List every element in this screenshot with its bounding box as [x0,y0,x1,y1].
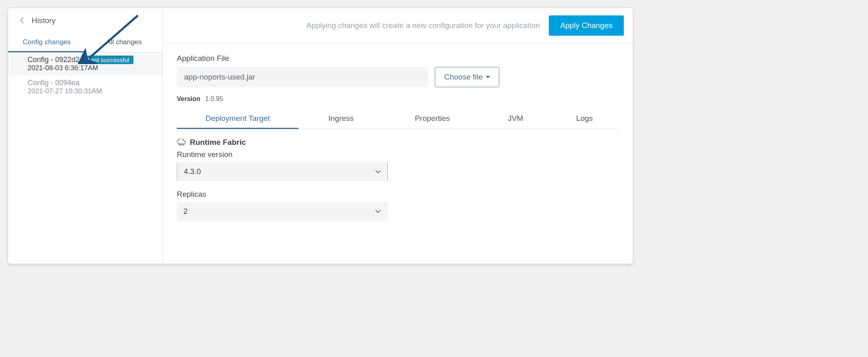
topbar: Applying changes will create a new confi… [163,8,633,43]
runtime-fabric-icon [177,139,186,146]
runtime-fabric-header: Runtime Fabric [177,138,619,147]
version-label: Version [177,95,200,103]
replicas-select[interactable]: 2 [177,202,388,221]
history-item[interactable]: Config - 0094ea 2021-07-27 10:30:31AM [8,75,163,99]
history-item-name: Config - 0922d2 [28,56,79,64]
runtime-version-select[interactable]: 4.3.0 [177,162,388,181]
apply-hint-text: Applying changes will create a new confi… [307,21,540,30]
application-file-value: app-noports-used.jar [177,67,428,87]
sidebar-title: History [32,16,56,25]
tab-label: Logs [576,114,593,123]
tab-label: All changes [106,38,142,46]
main-tabs: Deployment Target Ingress Properties JVM… [177,108,619,129]
tab-label: Deployment Target [205,114,270,123]
history-item-date: 2021-07-27 10:30:31AM [28,87,155,95]
runtime-version-value: 4.3.0 [177,162,388,181]
application-file-row: app-noports-used.jar Choose file [177,67,619,87]
status-badge: Last successful [84,56,133,64]
choose-file-button[interactable]: Choose file [435,67,499,87]
config-history-panel: History Config changes All changes Confi… [8,8,633,264]
tab-ingress[interactable]: Ingress [299,108,384,129]
tab-label: Config changes [23,38,71,46]
tab-label: Properties [415,114,450,123]
history-item-name: Config - 0094ea [28,79,79,87]
version-row: Version 1.0.95 [177,95,619,103]
choose-file-label: Choose file [444,73,483,82]
tab-jvm[interactable]: JVM [481,108,550,129]
version-value: 1.0.95 [205,95,223,103]
main-panel: Applying changes will create a new confi… [163,8,633,264]
tab-deployment-target[interactable]: Deployment Target [177,108,299,129]
back-chevron-icon[interactable] [19,17,24,25]
content-area: Application File app-noports-used.jar Ch… [163,43,633,238]
runtime-fabric-title: Runtime Fabric [190,138,246,147]
tab-label: JVM [508,114,523,123]
tab-all-changes[interactable]: All changes [86,32,163,52]
sidebar-header: History [8,8,163,32]
application-file-label: Application File [177,54,619,63]
replicas-value: 2 [177,202,388,221]
history-list: Config - 0922d2 Last successful 2021-08-… [8,52,163,99]
tab-properties[interactable]: Properties [384,108,481,129]
sidebar-tabs: Config changes All changes [8,32,163,52]
apply-changes-button[interactable]: Apply Changes [549,15,624,36]
history-item-date: 2021-08-03 6:36:17AM [28,64,155,72]
tab-config-changes[interactable]: Config changes [8,32,86,52]
caret-down-icon [486,76,490,78]
history-sidebar: History Config changes All changes Confi… [8,8,163,264]
tab-logs[interactable]: Logs [550,108,619,129]
history-item[interactable]: Config - 0922d2 Last successful 2021-08-… [8,52,163,75]
replicas-label: Replicas [177,190,619,199]
runtime-version-label: Runtime version [177,150,619,159]
tab-label: Ingress [329,114,354,123]
